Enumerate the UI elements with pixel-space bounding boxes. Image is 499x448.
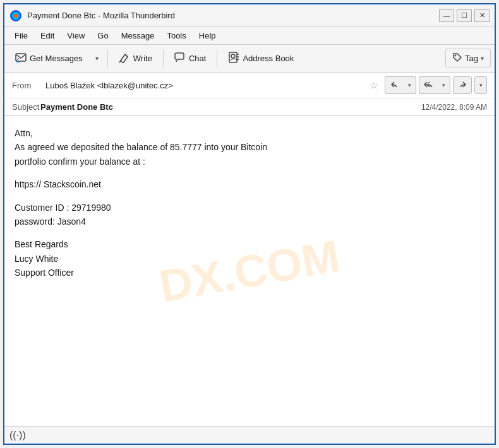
menu-help[interactable]: Help: [194, 29, 221, 42]
connection-status-icon: ((·)): [9, 430, 26, 441]
address-book-label: Address Book: [243, 54, 294, 63]
maximize-button[interactable]: ☐: [457, 9, 472, 22]
write-icon: [119, 52, 130, 66]
reply-dropdown[interactable]: ▾: [404, 76, 416, 94]
chat-label: Chat: [189, 54, 206, 63]
from-label: From: [12, 81, 40, 90]
email-body: DX.COM Attn, As agreed we deposited the …: [4, 116, 495, 426]
window-controls: — ☐ ✕: [439, 9, 490, 22]
get-messages-icon: [15, 52, 27, 66]
body-line-7: Best Regards: [15, 237, 484, 251]
forward-btn-group: [453, 76, 472, 94]
toolbar-sep-2: [163, 50, 164, 68]
svg-rect-7: [175, 53, 184, 59]
tag-label: Tag: [465, 54, 478, 63]
email-date: 12/4/2022, 8:09 AM: [421, 103, 487, 112]
body-line-6: password: Jason4: [15, 215, 484, 228]
chat-button[interactable]: Chat: [167, 48, 213, 69]
status-bar: ((·)): [4, 426, 495, 444]
reply-btn-group: ▾: [385, 76, 416, 94]
subject-value: Payment Done Btc: [40, 102, 421, 112]
svg-line-5: [125, 54, 128, 57]
title-bar-left: Payment Done Btc - Mozilla Thunderbird: [9, 9, 175, 22]
email-header: From Luboš Blažek <lblazek@unitec.cz> ☆ …: [4, 73, 495, 116]
write-button[interactable]: Write: [112, 48, 159, 69]
email-reply-actions: ▾ ▾: [383, 76, 487, 94]
get-messages-dropdown[interactable]: ▾: [91, 49, 104, 69]
svg-point-10: [231, 54, 235, 58]
tag-dropdown-arrow: ▾: [481, 55, 484, 62]
email-body-content: Attn, As agreed we deposited the balance…: [15, 126, 484, 280]
reply-all-button[interactable]: [419, 76, 438, 94]
body-line-1: Attn,: [15, 126, 484, 140]
reply-button[interactable]: [385, 76, 404, 94]
email-subject-row: Subject Payment Done Btc 12/4/2022, 8:09…: [4, 98, 495, 115]
reply-all-dropdown[interactable]: ▾: [438, 76, 450, 94]
minimize-button[interactable]: —: [439, 9, 454, 22]
email-from-row: From Luboš Blažek <lblazek@unitec.cz> ☆ …: [4, 73, 495, 98]
subject-label: Subject: [12, 102, 40, 112]
write-label: Write: [133, 54, 152, 63]
more-actions-dropdown[interactable]: ▾: [474, 76, 487, 94]
address-book-icon: [228, 52, 239, 66]
reply-all-btn-group: ▾: [419, 76, 450, 94]
svg-line-6: [119, 61, 121, 62]
toolbar-sep-3: [217, 50, 217, 68]
app-icon: [9, 9, 22, 22]
body-line-5: Customer ID : 29719980: [15, 201, 484, 215]
svg-point-14: [455, 55, 457, 57]
menu-go[interactable]: Go: [92, 29, 113, 42]
get-messages-label: Get Messages: [30, 54, 83, 63]
tag-icon: [452, 52, 462, 64]
toolbar-sep-1: [107, 50, 108, 68]
menu-tools[interactable]: Tools: [162, 29, 191, 42]
body-line-8: Lucy White: [15, 252, 484, 266]
from-value: Luboš Blažek <lblazek@unitec.cz>: [45, 81, 364, 90]
body-line-3: portfolio confirm your balance at :: [15, 155, 484, 168]
toolbar: Get Messages ▾ Write: [4, 45, 495, 73]
tag-button[interactable]: Tag ▾: [445, 49, 491, 68]
body-line-2: As agreed we deposited the balance of 85…: [15, 140, 484, 154]
svg-marker-8: [176, 59, 179, 62]
body-line-9: Support Officer: [15, 266, 484, 280]
forward-button[interactable]: [453, 76, 472, 94]
star-icon[interactable]: ☆: [370, 80, 378, 91]
menu-bar: File Edit View Go Message Tools Help: [4, 27, 495, 45]
address-book-button[interactable]: Address Book: [221, 48, 301, 69]
title-bar: Payment Done Btc - Mozilla Thunderbird —…: [4, 4, 495, 27]
menu-file[interactable]: File: [9, 29, 33, 42]
chat-icon: [174, 52, 186, 66]
main-window: Payment Done Btc - Mozilla Thunderbird —…: [3, 3, 496, 445]
close-button[interactable]: ✕: [474, 9, 490, 22]
window-title: Payment Done Btc - Mozilla Thunderbird: [27, 11, 175, 20]
get-messages-button[interactable]: Get Messages: [8, 48, 90, 69]
svg-point-2: [14, 14, 18, 18]
menu-view[interactable]: View: [62, 29, 90, 42]
menu-message[interactable]: Message: [116, 29, 160, 42]
menu-edit[interactable]: Edit: [35, 29, 59, 42]
body-line-4: https:// Stackscoin.net: [15, 177, 484, 191]
